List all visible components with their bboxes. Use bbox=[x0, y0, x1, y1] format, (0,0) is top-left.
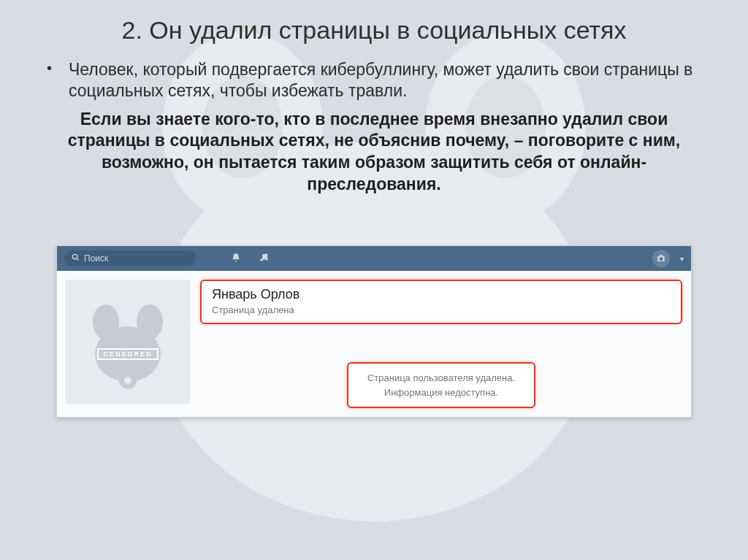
deleted-info-box: Страница пользователя удалена. Информаци… bbox=[347, 362, 535, 408]
camera-icon bbox=[656, 253, 666, 264]
censored-badge: CENSORED bbox=[97, 348, 158, 360]
profile-name-box: Январь Орлов Страница удалена bbox=[200, 280, 682, 324]
svg-point-10 bbox=[260, 258, 263, 261]
chevron-down-icon[interactable]: ▾ bbox=[680, 255, 684, 263]
profile-name: Январь Орлов bbox=[212, 287, 671, 302]
deleted-line-1: Страница пользователя удалена. bbox=[367, 371, 515, 386]
svg-point-8 bbox=[72, 254, 77, 258]
bell-icon[interactable] bbox=[231, 253, 241, 265]
svg-point-12 bbox=[660, 257, 663, 261]
emphasis-paragraph: Если вы знаете кого-то, кто в последнее … bbox=[44, 109, 704, 196]
search-input[interactable]: Поиск bbox=[64, 250, 196, 266]
deleted-line-2: Информация недоступна. bbox=[367, 386, 515, 400]
profile-photo-placeholder: CENSORED bbox=[66, 280, 190, 404]
bullet-text: Человек, который подвергается кибербулли… bbox=[66, 59, 707, 101]
user-avatar[interactable] bbox=[652, 250, 670, 267]
music-icon[interactable] bbox=[259, 253, 269, 265]
search-placeholder: Поиск bbox=[84, 253, 108, 264]
vk-topbar: Поиск ▾ bbox=[57, 246, 691, 271]
svg-point-14 bbox=[93, 304, 119, 340]
vk-screenshot: Поиск ▾ bbox=[56, 245, 692, 418]
svg-line-9 bbox=[77, 258, 79, 261]
svg-point-11 bbox=[265, 258, 268, 261]
svg-point-15 bbox=[137, 304, 163, 340]
svg-point-17 bbox=[124, 377, 131, 384]
search-icon bbox=[72, 253, 80, 264]
slide-title: 2. Он удалил страницы в социальных сетях bbox=[35, 16, 713, 45]
profile-status: Страница удалена bbox=[212, 304, 671, 315]
